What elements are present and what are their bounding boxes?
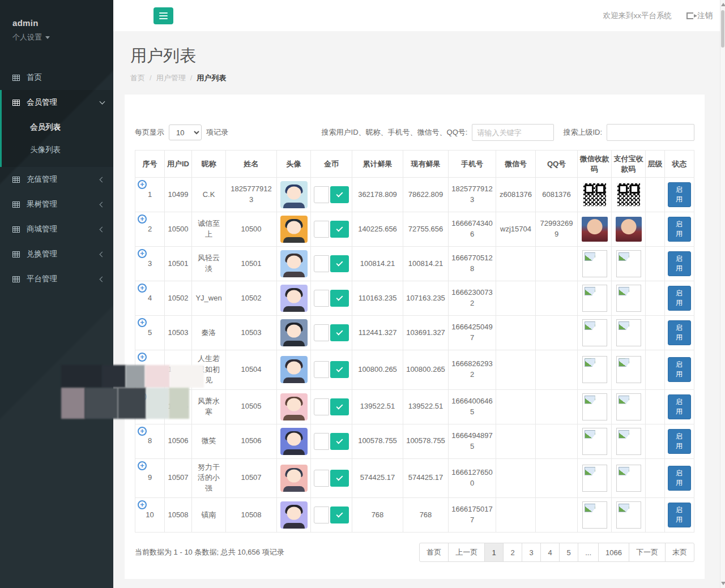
logout-link[interactable]: 注销 [686,11,713,21]
status-button[interactable]: 启用 [668,320,691,345]
broken-image-icon [616,393,641,420]
page-button[interactable]: 首页 [419,543,449,562]
gold-input[interactable] [314,290,329,307]
parent-id-input[interactable] [607,124,694,141]
broken-image-icon [616,250,641,277]
gold-confirm-button[interactable] [330,433,349,450]
expand-row-icon[interactable] [138,318,147,327]
gold-input[interactable] [314,398,329,415]
column-header: 头像 [277,151,311,178]
page-button[interactable]: 下一页 [629,543,666,562]
page-button[interactable]: 上一页 [448,543,485,562]
gold-confirm-button[interactable] [330,507,349,523]
page-button[interactable]: 1 [484,543,504,562]
gold-confirm-button[interactable] [330,290,349,307]
status-button[interactable]: 启用 [668,466,691,491]
current-fruit: 100814.21 [403,247,449,281]
grid-icon [12,251,20,257]
gold-input[interactable] [314,324,329,341]
gold-confirm-button[interactable] [330,255,349,272]
expand-row-icon[interactable] [138,214,147,224]
expand-row-icon[interactable] [138,249,147,258]
wechat-id [496,389,536,424]
gold-input[interactable] [314,361,329,378]
sidebar-item-member-list[interactable]: 会员列表 [2,116,113,139]
wechat-id [496,498,536,533]
broken-image-icon [582,465,607,492]
page-button[interactable]: 1066 [598,543,629,562]
real-name: 10500 [226,212,277,247]
user-table: 序号用户ID昵称姓名头像金币累计鲜果现有鲜果手机号微信号QQ号微信收款码支付宝收… [135,150,694,533]
page-button[interactable]: ... [578,543,599,562]
wechat-id: z6081376 [496,178,536,212]
expand-row-icon[interactable] [138,461,147,470]
page-button[interactable]: 4 [540,543,560,562]
nickname: 风萧水寒 [192,389,226,424]
sidebar-item-avatar-list[interactable]: 头像列表 [2,139,113,161]
status-button[interactable]: 启用 [668,286,691,311]
scroll-up-arrow[interactable] [721,3,725,6]
gold-confirm-button[interactable] [330,324,349,341]
row-number: 4 [148,294,152,302]
status-button[interactable]: 启用 [668,251,691,276]
sidebar-item-platform-mgmt[interactable]: 平台管理 [0,267,113,291]
gold-input[interactable] [314,433,329,450]
data-summary: 当前数据为 1 - 10 条数据; 总共 10,656 项记录 [135,547,284,557]
column-header: 累计鲜果 [352,151,403,178]
sidebar-item-tree-mgmt[interactable]: 果树管理 [0,192,113,217]
gold-confirm-button[interactable] [330,398,349,415]
gold-input[interactable] [314,470,329,487]
expand-row-icon[interactable] [138,353,147,362]
expand-row-icon[interactable] [138,284,147,293]
page-button[interactable]: 末页 [665,543,694,562]
per-page-select[interactable]: 10 [169,125,202,140]
nickname: 微笑 [192,424,226,458]
page-button[interactable]: 2 [503,543,522,562]
status-button[interactable]: 启用 [668,394,691,419]
expand-row-icon[interactable] [138,180,147,189]
menu-toggle-button[interactable] [153,7,173,24]
search-input[interactable] [472,124,554,141]
status-button[interactable]: 启用 [668,357,691,382]
gold-input[interactable] [314,255,329,272]
scroll-down-arrow[interactable] [721,582,725,585]
check-icon [336,294,343,301]
gold-input[interactable] [314,221,329,238]
gold-confirm-button[interactable] [330,186,349,203]
phone: 16661276500 [449,458,496,498]
gold-confirm-button[interactable] [330,361,349,378]
page-button[interactable]: 5 [559,543,578,562]
broken-image-icon [616,319,641,346]
breadcrumb-user-mgmt[interactable]: 用户管理 [156,73,193,83]
user-settings-link[interactable]: 个人设置 [12,32,50,42]
wechat-id [496,424,536,458]
expand-row-icon[interactable] [138,392,147,401]
phone: 16668262932 [449,350,496,390]
breadcrumb: 首页 用户管理 用户列表 [130,73,725,83]
sidebar-item-exchange-mgmt[interactable]: 兑换管理 [0,242,113,267]
total-fruit: 112441.327 [352,316,403,350]
check-icon [336,366,343,372]
breadcrumb-home[interactable]: 首页 [130,73,152,83]
real-name: 10506 [226,424,277,458]
gold-input[interactable] [314,507,329,523]
gold-input[interactable] [314,186,329,203]
page-scrollbar[interactable] [720,0,725,588]
page-button[interactable]: 3 [522,543,541,562]
sidebar-item-mall-mgmt[interactable]: 商城管理 [0,217,113,242]
scrollbar-thumb[interactable] [721,10,724,48]
sidebar-item-recharge-mgmt[interactable]: 充值管理 [0,167,113,192]
expand-row-icon[interactable] [138,427,147,436]
status-button[interactable]: 启用 [668,429,691,454]
sidebar-item-member-mgmt[interactable]: 会员管理 [2,90,113,115]
total-fruit: 140225.656 [352,212,403,247]
gold-confirm-button[interactable] [330,221,349,238]
status-button[interactable]: 启用 [668,182,691,207]
gold-confirm-button[interactable] [330,470,349,487]
status-button[interactable]: 启用 [668,503,691,527]
status-button[interactable]: 启用 [668,217,691,242]
expand-row-icon[interactable] [138,500,147,509]
real-name: 10508 [226,498,277,533]
sidebar-item-home[interactable]: 首页 [0,65,113,90]
qq-id: 6081376 [536,178,578,212]
